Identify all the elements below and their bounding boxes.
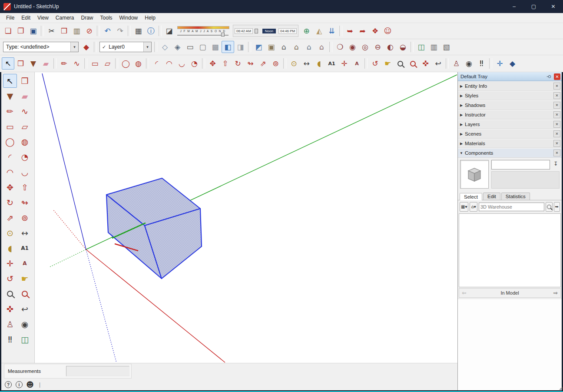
- menu-item[interactable]: Window: [116, 13, 142, 23]
- send-to-layout-button[interactable]: ❖: [369, 25, 381, 37]
- pin-icon[interactable]: ⚲: [546, 73, 553, 80]
- circle-button[interactable]: ◯: [119, 57, 132, 70]
- menu-item[interactable]: Camera: [52, 13, 78, 23]
- text-button[interactable]: A1: [18, 241, 32, 255]
- menu-item[interactable]: Tools: [97, 13, 116, 23]
- tray-section[interactable]: ▶ Shadows ✕: [458, 100, 562, 110]
- time-slider-thumb[interactable]: [255, 29, 258, 33]
- threed-text-button[interactable]: A: [18, 256, 32, 270]
- resize-grip-icon[interactable]: ◢: [559, 386, 562, 390]
- collapse-arrow-icon[interactable]: ▶: [458, 113, 465, 117]
- tray-section[interactable]: ▶ Styles ✕: [458, 91, 562, 100]
- right-view-button[interactable]: ⌂: [290, 41, 303, 53]
- minimize-button[interactable]: –: [504, 0, 524, 13]
- display-section-planes-button[interactable]: ▥: [427, 41, 440, 53]
- text-button[interactable]: A1: [325, 57, 338, 70]
- in-model-collection-button[interactable]: ⌂ ▾: [470, 202, 477, 212]
- rotate-button[interactable]: ↻: [3, 196, 17, 209]
- collapse-arrow-icon[interactable]: ▶: [458, 84, 465, 88]
- axes-compass-button[interactable]: ✛: [493, 57, 506, 70]
- advanced-search-button[interactable]: ➥: [554, 202, 560, 212]
- component-name-input[interactable]: [491, 160, 550, 169]
- zoom-extents-button[interactable]: ✜: [3, 302, 17, 316]
- tray-section[interactable]: ▶ Layers ✕: [458, 120, 562, 129]
- freehand-button[interactable]: ∿: [70, 57, 83, 70]
- section-close-icon[interactable]: ✕: [553, 92, 560, 99]
- menu-item[interactable]: Edit: [18, 13, 34, 23]
- tab-select[interactable]: Select: [460, 193, 482, 200]
- subtract-button[interactable]: ⊖: [371, 41, 384, 53]
- rectangle-button[interactable]: ▭: [3, 120, 17, 133]
- xray-button[interactable]: ◇: [159, 41, 171, 53]
- front-view-button[interactable]: ⌂: [278, 41, 290, 53]
- status-account-icon[interactable]: ☻: [26, 381, 33, 388]
- tray-close-button[interactable]: ✕: [554, 73, 560, 80]
- position-camera-button[interactable]: ♙: [450, 57, 463, 70]
- measurements-input[interactable]: [66, 366, 129, 376]
- move-button[interactable]: ✥: [3, 180, 17, 194]
- pan-button[interactable]: ☛: [381, 57, 394, 70]
- tape-measure-button[interactable]: ⊙: [3, 226, 17, 240]
- zoom-button[interactable]: [394, 57, 407, 70]
- orbit-button[interactable]: ↺: [3, 272, 17, 286]
- orbit-button[interactable]: ↺: [369, 57, 381, 70]
- walk-button[interactable]: ‼: [475, 57, 488, 70]
- hidden-line-button[interactable]: ▢: [196, 41, 209, 53]
- menu-item[interactable]: File: [3, 13, 18, 23]
- arc-button[interactable]: ◜: [3, 150, 17, 164]
- cut-button[interactable]: ✂: [45, 25, 58, 37]
- collapse-arrow-icon[interactable]: ▶: [458, 123, 465, 126]
- pie-button[interactable]: ◔: [18, 150, 32, 164]
- zoom-extents-button[interactable]: ✜: [419, 57, 432, 70]
- scale-button[interactable]: ⇗: [257, 57, 269, 70]
- section-close-icon[interactable]: ✕: [553, 149, 560, 156]
- collapse-arrow-icon[interactable]: ▶: [458, 142, 465, 146]
- iso-view-button[interactable]: ◩: [252, 41, 265, 53]
- make-component-button[interactable]: ❒: [18, 74, 32, 88]
- left-view-button[interactable]: ⌂: [315, 41, 328, 53]
- intersect-button[interactable]: ◉: [346, 41, 359, 53]
- zoom-window-button[interactable]: [407, 57, 419, 70]
- layer-combobox[interactable]: ✓ Layer0 ▾: [99, 42, 152, 52]
- tape-measure-button[interactable]: ⊙: [288, 57, 300, 70]
- geo-location-button[interactable]: ⊕: [300, 25, 313, 37]
- tray-section-components[interactable]: ▼ Components ✕: [458, 148, 562, 158]
- follow-me-button[interactable]: ↬: [18, 196, 32, 209]
- eraser-button[interactable]: ▰: [40, 57, 52, 70]
- offset-button[interactable]: ⊚: [269, 57, 282, 70]
- zoom-button[interactable]: [3, 287, 17, 301]
- rotated-rectangle-button[interactable]: ▱: [18, 120, 32, 133]
- section-plane-button[interactable]: ◫: [415, 41, 427, 53]
- menu-item[interactable]: View: [34, 13, 52, 23]
- position-camera-button[interactable]: ♙: [3, 317, 17, 331]
- three-point-arc-button[interactable]: ◡: [18, 165, 32, 179]
- maximize-button[interactable]: ▢: [524, 0, 543, 13]
- components-list[interactable]: [459, 213, 561, 287]
- pan-button[interactable]: ☛: [18, 272, 32, 286]
- two-point-arc-button[interactable]: ◠: [3, 165, 17, 179]
- erase-button[interactable]: ⊘: [83, 25, 96, 37]
- model-info-button[interactable]: ⓘ: [145, 25, 157, 37]
- paint-bucket-button[interactable]: ▼: [27, 57, 40, 70]
- wireframe-button[interactable]: ▭: [184, 41, 196, 53]
- chevron-down-icon[interactable]: ▾: [143, 42, 151, 52]
- view-options-button[interactable]: ▦ ▾: [460, 202, 468, 212]
- nav-back-icon[interactable]: ⇦: [459, 290, 469, 296]
- copy-button[interactable]: ❒: [58, 25, 70, 37]
- classification-type-combobox[interactable]: Type: <undefined> ▾: [3, 42, 79, 52]
- rotated-rectangle-button[interactable]: ▱: [101, 57, 114, 70]
- pie-button[interactable]: ◔: [188, 57, 201, 70]
- line-button[interactable]: ✏: [58, 57, 70, 70]
- collapse-arrow-icon[interactable]: ▶: [458, 94, 465, 98]
- paint-bucket-button[interactable]: ▼: [3, 89, 17, 103]
- tab-statistics[interactable]: Statistics: [501, 193, 530, 200]
- line-button[interactable]: ✏: [3, 104, 17, 118]
- collapse-arrow-icon[interactable]: ▶: [458, 132, 465, 136]
- section-close-icon[interactable]: ✕: [553, 140, 560, 147]
- walk-button[interactable]: ‼: [3, 332, 17, 346]
- three-point-arc-button[interactable]: ◡: [176, 57, 188, 70]
- eraser-button[interactable]: ▰: [18, 89, 32, 103]
- undo-button[interactable]: ↶: [101, 25, 114, 37]
- section-close-icon[interactable]: ✕: [553, 121, 560, 128]
- outer-shell-button[interactable]: ❍: [334, 41, 346, 53]
